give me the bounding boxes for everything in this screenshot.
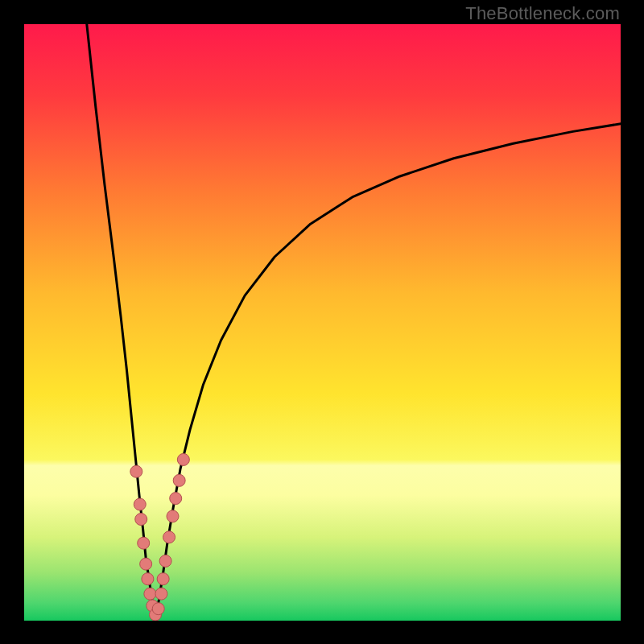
chart-svg: [24, 24, 621, 621]
curve-left-branch: [87, 24, 155, 617]
watermark-text: TheBottleneck.com: [465, 3, 620, 24]
data-dot: [140, 558, 152, 570]
data-dot: [177, 453, 189, 465]
data-dot: [142, 573, 154, 585]
data-dot: [159, 555, 171, 567]
data-dot: [155, 588, 167, 600]
data-dot: [134, 498, 146, 510]
data-dot: [144, 588, 156, 600]
data-dot: [167, 510, 179, 522]
plot-area: [24, 24, 621, 621]
data-dot: [135, 514, 147, 526]
outer-frame: TheBottleneck.com: [0, 0, 644, 644]
data-dot: [173, 474, 185, 486]
data-dot: [138, 537, 150, 549]
data-dot: [157, 573, 169, 585]
data-dot: [130, 465, 142, 477]
data-dot: [163, 531, 175, 543]
data-dot: [152, 603, 164, 615]
curve-right-branch: [155, 124, 621, 618]
data-dot: [170, 493, 182, 505]
